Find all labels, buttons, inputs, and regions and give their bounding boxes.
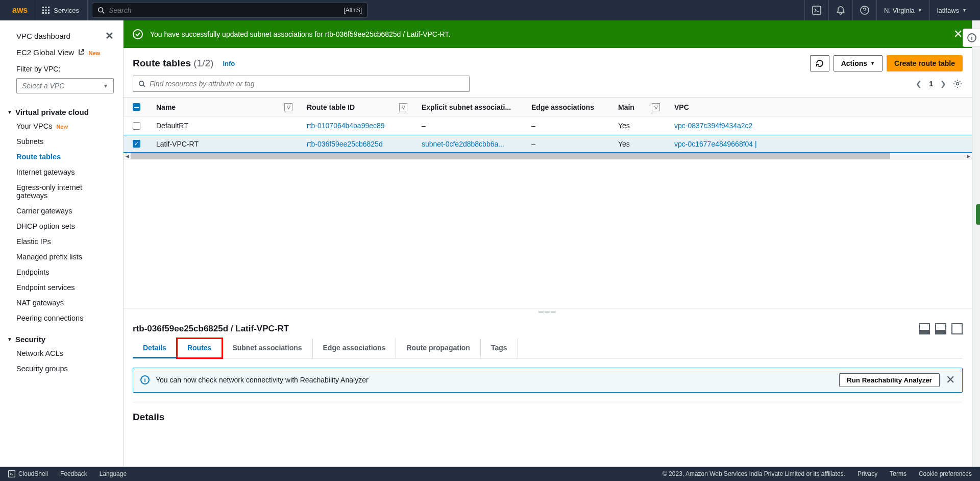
svg-rect-1 — [45, 7, 47, 8]
sidebar-item-network-acls[interactable]: Network ACLs — [0, 346, 123, 361]
panel-splitter[interactable]: ═══ — [124, 308, 972, 315]
svg-point-9 — [99, 8, 103, 12]
success-check-icon — [133, 29, 143, 39]
svg-rect-8 — [48, 12, 50, 14]
global-search[interactable]: [Alt+S] — [92, 3, 368, 18]
panel-bottom-button[interactable] — [919, 323, 930, 334]
sidebar-item-subnets[interactable]: Subnets — [0, 134, 123, 149]
ec2-global-view-link[interactable]: EC2 Global View — [16, 48, 86, 57]
notifications-icon[interactable] — [828, 0, 852, 20]
run-reachability-button[interactable]: Run Reachability Analyzer — [839, 373, 940, 387]
tab-edge-associations[interactable]: Edge associations — [313, 339, 397, 358]
sidebar-item-dhcp-option-sets[interactable]: DHCP option sets — [0, 219, 123, 234]
svg-line-15 — [143, 85, 145, 87]
pager-page: 1 — [929, 80, 933, 88]
info-flyout-toggle[interactable] — [963, 29, 980, 47]
section-vpc[interactable]: ▼Virtual private cloud — [0, 99, 123, 118]
top-nav: aws Services [Alt+S] N. Virginia▼ latifa… — [0, 0, 980, 20]
tab-route-propagation[interactable]: Route propagation — [396, 339, 480, 358]
svg-point-14 — [139, 81, 144, 86]
subnet-link[interactable]: subnet-0cfe2d8b8cbb6a... — [422, 140, 504, 148]
services-button[interactable]: Services — [34, 0, 88, 20]
tab-tags[interactable]: Tags — [481, 339, 518, 358]
svg-rect-3 — [42, 10, 44, 11]
col-route-table-id[interactable]: Route table ID▽ — [300, 103, 414, 111]
panel-full-button[interactable] — [951, 323, 963, 334]
select-all-checkbox[interactable] — [133, 103, 140, 111]
table-search[interactable] — [133, 76, 470, 92]
filter-vpc-label: Filter by VPC: — [0, 60, 123, 75]
create-route-table-button[interactable]: Create route table — [887, 55, 963, 71]
table-scrollbar[interactable]: ◀▶ — [124, 153, 972, 160]
region-selector[interactable]: N. Virginia▼ — [876, 0, 929, 20]
reachability-close-icon[interactable]: ✕ — [946, 373, 955, 387]
panel-split-button[interactable] — [935, 323, 946, 334]
flash-close-icon[interactable]: ✕ — [953, 28, 963, 41]
row-checkbox[interactable]: ✓ — [133, 140, 140, 148]
sidebar-item-elastic-ips[interactable]: Elastic IPs — [0, 234, 123, 249]
vpc-link[interactable]: vpc-0c1677e4849668f04 | — [674, 140, 757, 148]
col-vpc[interactable]: VPC — [667, 103, 972, 111]
sidebar-item-security-groups[interactable]: Security groups — [0, 361, 123, 376]
table-settings-button[interactable] — [952, 79, 963, 89]
close-sidebar-icon[interactable]: ✕ — [105, 30, 114, 42]
vpc-link[interactable]: vpc-0837c394f9434a2c2 — [674, 122, 752, 130]
info-link[interactable]: Info — [223, 60, 235, 67]
vpc-dashboard-link[interactable]: VPC dashboard — [16, 32, 70, 40]
language-link[interactable]: Language — [100, 470, 127, 477]
feedback-link[interactable]: Feedback — [60, 470, 87, 477]
sidebar-item-nat-gateways[interactable]: NAT gateways — [0, 295, 123, 310]
tab-details[interactable]: Details — [133, 339, 177, 358]
table-row[interactable]: ✓Latif-VPC-RTrtb-036f59ee25cb6825dsubnet… — [124, 135, 972, 153]
refresh-button[interactable] — [810, 55, 829, 71]
sidebar-item-internet-gateways[interactable]: Internet gateways — [0, 164, 123, 180]
row-checkbox[interactable] — [133, 122, 140, 130]
sidebar-item-route-tables[interactable]: Route tables — [0, 149, 123, 164]
sidebar-item-your-vpcs[interactable]: Your VPCs New — [0, 118, 123, 134]
privacy-link[interactable]: Privacy — [857, 470, 877, 477]
account-menu[interactable]: latifaws▼ — [929, 0, 974, 20]
footer: CloudShell Feedback Language © 2023, Ama… — [0, 467, 980, 481]
col-subnet-assoc[interactable]: Explicit subnet associati... — [414, 103, 524, 111]
cloudshell-button[interactable]: CloudShell — [8, 470, 48, 477]
sidebar-item-endpoints[interactable]: Endpoints — [0, 264, 123, 280]
svg-line-10 — [103, 12, 105, 14]
terms-link[interactable]: Terms — [890, 470, 906, 477]
pager-next-icon[interactable]: ❯ — [940, 80, 946, 88]
svg-rect-2 — [48, 7, 50, 8]
sidebar-item-managed-prefix-lists[interactable]: Managed prefix lists — [0, 249, 123, 264]
table-row[interactable]: DefaultRTrtb-0107064b4ba99ec89––Yesvpc-0… — [124, 117, 972, 135]
svg-rect-4 — [45, 10, 47, 11]
details-section-title: Details — [133, 402, 963, 428]
feedback-tab[interactable] — [976, 204, 980, 225]
search-icon — [97, 7, 105, 14]
section-security[interactable]: ▼Security — [0, 326, 123, 346]
search-input[interactable] — [105, 6, 344, 14]
chevron-down-icon: ▼ — [103, 83, 108, 89]
detail-title: rtb-036f59ee25cb6825d / Latif-VPC-RT — [133, 324, 289, 334]
new-badge: New — [88, 50, 100, 56]
sidebar-item-carrier-gateways[interactable]: Carrier gateways — [0, 203, 123, 219]
external-link-icon — [78, 48, 86, 57]
sidebar-item-egress-only-internet-gateways[interactable]: Egress-only internet gateways — [0, 180, 123, 203]
col-edge-assoc[interactable]: Edge associations — [524, 103, 611, 111]
detail-panel: rtb-036f59ee25cb6825d / Latif-VPC-RT Det… — [124, 315, 972, 467]
sidebar-item-endpoint-services[interactable]: Endpoint services — [0, 280, 123, 295]
sidebar-item-peering-connections[interactable]: Peering connections — [0, 310, 123, 326]
cookie-preferences-link[interactable]: Cookie preferences — [919, 470, 972, 477]
aws-logo[interactable]: aws — [6, 0, 34, 20]
tab-routes[interactable]: Routes — [177, 339, 222, 358]
search-icon — [138, 80, 145, 87]
route-tables-table: Name▽ Route table ID▽ Explicit subnet as… — [124, 97, 972, 160]
vpc-select[interactable]: Select a VPC ▼ — [16, 78, 114, 93]
route-table-id-link[interactable]: rtb-036f59ee25cb6825d — [307, 140, 383, 148]
pager-prev-icon[interactable]: ❮ — [916, 80, 922, 88]
actions-button[interactable]: Actions▼ — [834, 55, 883, 71]
table-search-input[interactable] — [150, 80, 464, 88]
col-name[interactable]: Name▽ — [149, 103, 300, 111]
tab-subnet-associations[interactable]: Subnet associations — [222, 339, 312, 358]
route-table-id-link[interactable]: rtb-0107064b4ba99ec89 — [307, 122, 385, 130]
col-main[interactable]: Main▽ — [611, 103, 667, 111]
help-icon[interactable] — [852, 0, 876, 20]
cloudshell-icon[interactable] — [804, 0, 828, 20]
